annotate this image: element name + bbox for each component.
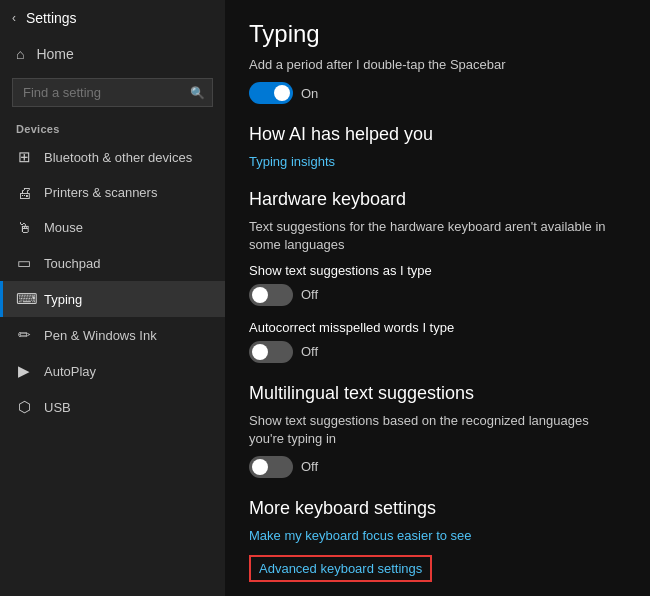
search-icon: 🔍 — [190, 86, 205, 100]
typing-icon: ⌨ — [16, 290, 32, 308]
show-suggestions-toggle[interactable] — [249, 284, 293, 306]
multilingual-section-title: Multilingual text suggestions — [249, 383, 626, 404]
hardware-desc: Text suggestions for the hardware keyboa… — [249, 218, 626, 254]
back-button[interactable]: ‹ Settings — [0, 0, 225, 36]
sidebar-item-usb[interactable]: ⬡ USB — [0, 389, 225, 425]
multilingual-toggle-label: Off — [301, 459, 318, 474]
sidebar-item-bluetooth[interactable]: ⊞ Bluetooth & other devices — [0, 139, 225, 175]
sidebar-item-label: Typing — [44, 292, 82, 307]
spacebar-setting-row: Add a period after I double-tap the Spac… — [249, 56, 626, 74]
home-label: Home — [36, 46, 73, 62]
ai-section-title: How AI has helped you — [249, 124, 626, 145]
mouse-icon: 🖱 — [16, 219, 32, 236]
bluetooth-icon: ⊞ — [16, 148, 32, 166]
devices-section-label: Devices — [0, 113, 225, 139]
autoplay-icon: ▶ — [16, 362, 32, 380]
autocorrect-toggle[interactable] — [249, 341, 293, 363]
advanced-keyboard-settings-link[interactable]: Advanced keyboard settings — [249, 555, 432, 582]
sidebar-item-home[interactable]: ⌂ Home — [0, 36, 225, 72]
multilingual-desc: Show text suggestions based on the recog… — [249, 412, 626, 448]
sidebar: ‹ Settings ⌂ Home 🔍 Devices ⊞ Bluetooth … — [0, 0, 225, 596]
multilingual-toggle-knob — [252, 459, 268, 475]
spacebar-toggle[interactable] — [249, 82, 293, 104]
spacebar-toggle-label: On — [301, 86, 318, 101]
show-suggestions-label: Show text suggestions as I type — [249, 263, 626, 278]
spacebar-label: Add a period after I double-tap the Spac… — [249, 56, 506, 74]
sidebar-item-label: Mouse — [44, 220, 83, 235]
autocorrect-toggle-row: Off — [249, 341, 626, 363]
search-input[interactable] — [12, 78, 213, 107]
home-icon: ⌂ — [16, 46, 24, 62]
show-suggestions-toggle-label: Off — [301, 287, 318, 302]
back-icon: ‹ — [12, 11, 16, 25]
autocorrect-toggle-knob — [252, 344, 268, 360]
sidebar-item-mouse[interactable]: 🖱 Mouse — [0, 210, 225, 245]
page-title: Typing — [249, 20, 626, 48]
pen-icon: ✏ — [16, 326, 32, 344]
show-suggestions-toggle-row: Off — [249, 284, 626, 306]
multilingual-toggle-row: Off — [249, 456, 626, 478]
sidebar-item-label: USB — [44, 400, 71, 415]
multilingual-toggle[interactable] — [249, 456, 293, 478]
usb-icon: ⬡ — [16, 398, 32, 416]
autocorrect-toggle-label: Off — [301, 344, 318, 359]
printer-icon: 🖨 — [16, 184, 32, 201]
spacebar-toggle-knob — [274, 85, 290, 101]
sidebar-item-label: Printers & scanners — [44, 185, 157, 200]
sidebar-title: Settings — [26, 10, 77, 26]
sidebar-item-autoplay[interactable]: ▶ AutoPlay — [0, 353, 225, 389]
spacebar-toggle-row: On — [249, 82, 626, 104]
main-panel: Typing Add a period after I double-tap t… — [225, 0, 650, 596]
sidebar-item-typing[interactable]: ⌨ Typing — [0, 281, 225, 317]
keyboard-focus-link[interactable]: Make my keyboard focus easier to see — [249, 528, 472, 543]
sidebar-item-touchpad[interactable]: ▭ Touchpad — [0, 245, 225, 281]
more-settings-title: More keyboard settings — [249, 498, 626, 519]
sidebar-item-label: Pen & Windows Ink — [44, 328, 157, 343]
hardware-section-title: Hardware keyboard — [249, 189, 626, 210]
show-suggestions-toggle-knob — [252, 287, 268, 303]
autocorrect-label: Autocorrect misspelled words I type — [249, 320, 626, 335]
typing-insights-link[interactable]: Typing insights — [249, 154, 335, 169]
touchpad-icon: ▭ — [16, 254, 32, 272]
sidebar-item-printers[interactable]: 🖨 Printers & scanners — [0, 175, 225, 210]
search-box: 🔍 — [12, 78, 213, 107]
sidebar-item-label: Bluetooth & other devices — [44, 150, 192, 165]
sidebar-item-label: Touchpad — [44, 256, 100, 271]
sidebar-item-label: AutoPlay — [44, 364, 96, 379]
sidebar-item-pen[interactable]: ✏ Pen & Windows Ink — [0, 317, 225, 353]
